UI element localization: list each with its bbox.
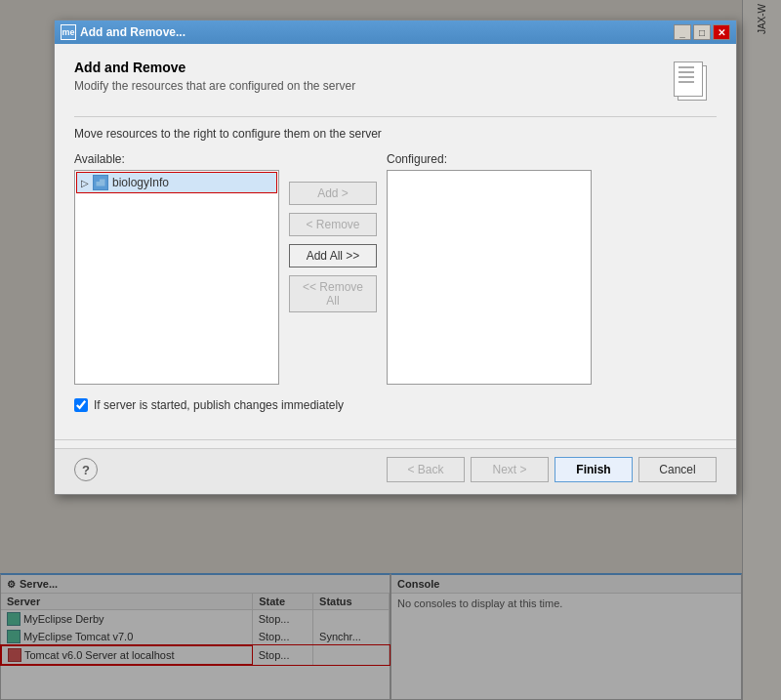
- doc-line: [678, 66, 694, 68]
- doc-icon-front: [674, 62, 703, 97]
- publish-checkbox-label: If server is started, publish changes im…: [94, 398, 344, 412]
- cancel-button[interactable]: Cancel: [638, 457, 717, 482]
- close-button[interactable]: ✕: [713, 24, 730, 40]
- dialog-header-text: Add and Remove Modify the resources that…: [74, 60, 355, 93]
- dialog-header-icon: [670, 60, 717, 106]
- available-item-biologyinfo[interactable]: ▷ biologyInfo: [77, 173, 276, 192]
- available-listbox[interactable]: ▷ biologyInfo: [74, 170, 279, 385]
- footer-left: ?: [74, 458, 98, 481]
- dialog-app-icon: me: [61, 24, 76, 40]
- dialog-heading: Add and Remove: [74, 60, 355, 75]
- configured-section: Configured:: [387, 152, 592, 385]
- remove-all-button[interactable]: << Remove All: [289, 275, 377, 312]
- add-button[interactable]: Add >: [289, 182, 377, 205]
- project-icon: [93, 175, 108, 190]
- configured-label: Configured:: [387, 152, 592, 166]
- available-section: Available: ▷ biologyInfo: [74, 152, 279, 385]
- finish-button[interactable]: Finish: [555, 457, 633, 482]
- dialog-titlebar: me Add and Remove... _ □ ✕: [55, 21, 736, 44]
- publish-checkbox[interactable]: [74, 398, 88, 412]
- help-button[interactable]: ?: [74, 458, 98, 481]
- dialog-subtitle: Modify the resources that are configured…: [74, 79, 355, 93]
- titlebar-left: me Add and Remove...: [61, 24, 185, 40]
- dialog-title: Add and Remove...: [80, 25, 185, 39]
- dialog-content: Add and Remove Modify the resources that…: [55, 44, 736, 428]
- expand-arrow-icon: ▷: [81, 178, 89, 188]
- footer-right: < Back Next > Finish Cancel: [387, 457, 717, 482]
- available-label: Available:: [74, 152, 279, 166]
- remove-button[interactable]: < Remove: [289, 213, 377, 236]
- instruction-text: Move resources to the right to configure…: [74, 127, 717, 141]
- back-button[interactable]: < Back: [387, 457, 465, 482]
- resources-area: Available: ▷ biologyInfo: [74, 152, 717, 385]
- svg-rect-1: [96, 179, 100, 182]
- dialog-separator: [55, 439, 736, 440]
- maximize-button[interactable]: □: [693, 24, 711, 40]
- doc-line: [678, 76, 694, 78]
- doc-line: [678, 71, 694, 73]
- transfer-buttons: Add > < Remove Add All >> << Remove All: [289, 152, 377, 312]
- next-button[interactable]: Next >: [471, 457, 549, 482]
- titlebar-controls: _ □ ✕: [674, 24, 730, 40]
- add-remove-dialog: me Add and Remove... _ □ ✕ Add and Remov…: [54, 20, 737, 495]
- doc-line: [678, 81, 694, 83]
- configured-listbox[interactable]: [387, 170, 592, 385]
- dialog-header: Add and Remove Modify the resources that…: [74, 60, 717, 117]
- add-all-button[interactable]: Add All >>: [289, 244, 377, 268]
- minimize-button[interactable]: _: [674, 24, 691, 40]
- dialog-footer: ? < Back Next > Finish Cancel: [55, 448, 736, 494]
- publish-checkbox-area: If server is started, publish changes im…: [74, 398, 717, 412]
- available-item-label: biologyInfo: [112, 176, 169, 189]
